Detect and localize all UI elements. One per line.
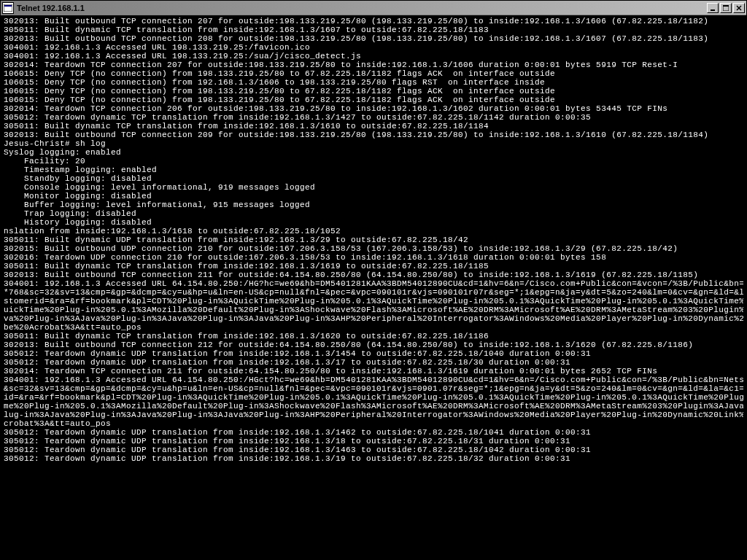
terminal-line: 302013: Built outbound TCP connection 21… [4, 271, 743, 279]
terminal-line: &sc=32&sv=13&cmp=&gp=&dcmp=&cy=u&hp=u&ln… [4, 384, 743, 393]
terminal-line: 304001: 192.168.1.3 Accessed URL 64.154.… [4, 376, 743, 384]
terminal-line: 304001: 192.168.1.3 Accessed URL 198.133… [4, 52, 743, 61]
titlebar-left: Telnet 192.168.1.1 [2, 2, 85, 14]
terminal-line: 302014: Teardown TCP connection 211 for … [4, 367, 743, 376]
terminal-line: Buffer logging: level informational, 915… [4, 201, 743, 209]
terminal-line: 305012: Teardown dynamic UDP translation… [4, 428, 743, 437]
terminal-line: 302013: Built outbound TCP connection 20… [4, 17, 743, 26]
terminal-line: lug-in%3AJava%20Plug-in%3AJava%20Plug-in… [4, 411, 743, 419]
terminal-line: 304001: 192.168.1.3 Accessed URL 64.154.… [4, 279, 743, 288]
terminal-line: Standby logging: disabled [4, 174, 743, 183]
terminal-line: Syslog logging: enabled [4, 148, 743, 157]
terminal-line: 305011: Built dynamic TCP translation fr… [4, 332, 743, 341]
app-icon [2, 2, 14, 14]
close-button[interactable] [733, 3, 745, 13]
terminal-line: 305011: Built dynamic TCP translation fr… [4, 122, 743, 131]
terminal-line: stomerid=&ra=&rf=bookmark&pl=CDT%20Plug-… [4, 297, 743, 306]
window-title: Telnet 192.168.1.1 [17, 4, 85, 12]
terminal-line: 305012: Teardown dynamic UDP translation… [4, 446, 743, 454]
terminal-line: 305012: Teardown dynamic TCP translation… [4, 113, 743, 122]
svg-rect-1 [4, 5, 12, 7]
terminal-line: Jesus-Christ# sh log [4, 139, 743, 148]
terminal-line: Timestamp logging: enabled [4, 166, 743, 174]
terminal-line: 302014: Teardown TCP connection 206 for … [4, 104, 743, 113]
terminal-line: 302016: Teardown UDP connection 210 for … [4, 253, 743, 262]
svg-rect-4 [723, 5, 729, 7]
window: Telnet 192.168.1.1 302013: Built outboun… [0, 0, 747, 560]
terminal-line: me%20Plug-in%205.0.1%3AMozilla%20Default… [4, 402, 743, 411]
terminal-line: 305011: Built dynamic TCP translation fr… [4, 26, 743, 34]
terminal-line: Console logging: level informational, 91… [4, 183, 743, 192]
terminal-line: Monitor logging: disabled [4, 192, 743, 201]
terminal-line: 302014: Teardown TCP connection 207 for … [4, 61, 743, 69]
terminal-line: be%20Acrobat%3A&tt=auto_pos [4, 323, 743, 332]
terminal-line: 305012: Teardown dynamic UDP translation… [4, 454, 743, 463]
terminal-line: History logging: disabled [4, 218, 743, 227]
terminal-line: 106015: Deny TCP (no connection) from 19… [4, 78, 743, 87]
terminal-line: id=&ra=&rf=bookmark&pl=CDT%20Plug-in%3AQ… [4, 393, 743, 402]
maximize-button[interactable] [720, 3, 732, 13]
terminal-line: uickTime%20Plug-in%205.0.1%3AMozilla%20D… [4, 306, 743, 314]
titlebar-buttons [707, 3, 745, 13]
terminal-line: 106015: Deny TCP (no connection) from 19… [4, 69, 743, 78]
terminal-line: 305012: Teardown dynamic UDP translation… [4, 358, 743, 367]
terminal-line: 302013: Built outbound TCP connection 20… [4, 131, 743, 139]
terminal-line: 302013: Built outbound TCP connection 21… [4, 341, 743, 349]
terminal-line: 305011: Built dynamic TCP translation fr… [4, 262, 743, 271]
terminal-line: crobat%3A&tt=auto_pos [4, 419, 743, 428]
terminal-line: *768&sc=32&sv=13&cmp=&gp=&dcmp=&cy=u&hp=… [4, 288, 743, 297]
titlebar: Telnet 192.168.1.1 [1, 1, 746, 15]
terminal-line: Trap logging: disabled [4, 209, 743, 218]
terminal-line: 304001: 192.168.1.3 Accessed URL 198.133… [4, 43, 743, 52]
terminal-line: va%20Plug-in%3AJava%20Plug-in%3AJava%20P… [4, 314, 743, 323]
terminal-line: 305012: Teardown dynamic UDP translation… [4, 349, 743, 358]
terminal-output[interactable]: 302013: Built outbound TCP connection 20… [1, 15, 746, 559]
minimize-button[interactable] [707, 3, 719, 13]
terminal-line: 106015: Deny TCP (no connection) from 19… [4, 87, 743, 96]
terminal-line: 302015: Built outbound UDP connection 21… [4, 244, 743, 253]
terminal-line: 305011: Built dynamic UDP translation fr… [4, 236, 743, 244]
terminal-line: Facility: 20 [4, 157, 743, 166]
terminal-line: 302013: Built outbound TCP connection 20… [4, 34, 743, 43]
svg-rect-2 [711, 9, 715, 11]
terminal-line: nslation from inside:192.168.1.3/1618 to… [4, 227, 743, 236]
terminal-line: 305012: Teardown dynamic UDP translation… [4, 437, 743, 446]
terminal-line: 106015: Deny TCP (no connection) from 19… [4, 96, 743, 104]
